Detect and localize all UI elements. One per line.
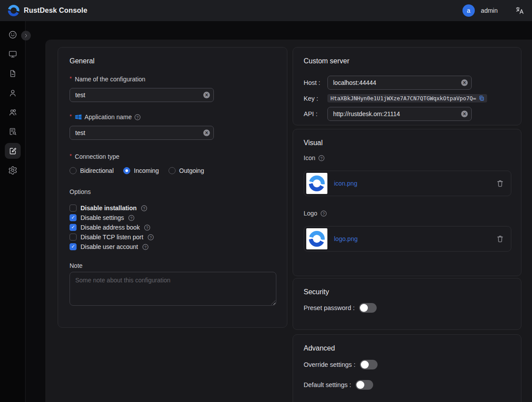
help-icon[interactable]: ? [320,210,327,217]
logo-upload-row: logo.png [304,226,511,252]
preset-password-toggle[interactable] [359,303,377,313]
radio-icon[interactable] [70,167,77,174]
security-card: Security Preset password : [293,278,521,330]
default-settings-row: Default settings : [304,380,510,390]
host-row: Host : [304,76,510,90]
general-card: General * Name of the configuration * Ap… [58,47,287,328]
note-field [70,272,276,306]
sidebar-item-devices[interactable] [5,46,21,62]
general-title: General [70,57,275,65]
api-label: API : [304,110,327,117]
checkbox-icon[interactable] [70,234,77,241]
help-icon[interactable]: ? [142,244,149,250]
sidebar-item-custom-client[interactable] [5,143,21,159]
svg-text:?: ? [136,115,139,119]
logo-file-link[interactable]: logo.png [334,235,358,242]
radio-incoming[interactable]: Incoming [123,167,159,174]
sidebar-item-groups[interactable] [5,104,21,120]
key-value-chip: HtaXBkJNHyn0e1U1jWXze7A7CN7QTGWqxkOtpaVp… [327,94,487,102]
clear-icon[interactable] [461,80,468,86]
users-icon [8,107,18,117]
option-disable-settings[interactable]: Disable settings ? [70,213,275,223]
svg-text:?: ? [320,156,323,160]
connection-type-label: * Connection type [70,153,275,160]
rustdesk-logo-icon [309,175,325,191]
checkbox-icon[interactable] [70,224,77,231]
document-icon [8,69,18,78]
username[interactable]: admin [481,7,498,14]
host-label: Host : [304,79,327,86]
translate-icon[interactable] [515,6,524,15]
clear-icon[interactable] [203,92,210,99]
checkbox-icon[interactable] [70,243,77,250]
icon-label: Icon ? [304,154,510,161]
config-name-input[interactable] [70,88,214,102]
host-input[interactable] [327,76,472,90]
trash-icon[interactable] [496,179,504,187]
copy-icon[interactable] [478,95,485,102]
option-disable-tcp-listen-port[interactable]: Disable TCP listen port ? [70,232,275,242]
config-name-field [70,88,214,102]
monitor-icon [8,49,18,59]
radio-outgoing[interactable]: Outgoing [169,167,204,174]
option-disable-installation[interactable]: Disable installation ? [70,203,275,213]
trash-icon[interactable] [496,235,504,243]
help-icon[interactable]: ? [147,234,154,241]
custom-server-card: Custom server Host : Key : HtaXBkJNHyn0e… [293,47,521,125]
visual-card: Visual Icon ? icon.png Logo [293,129,521,276]
default-settings-toggle[interactable] [356,380,373,390]
help-icon[interactable]: ? [128,215,135,221]
host-field [327,76,472,90]
connection-type-options: Bidirectional Incoming Outgoing [70,167,275,174]
checkbox-icon[interactable] [70,214,77,221]
note-textarea[interactable] [70,272,276,306]
checkbox-icon[interactable] [70,205,77,212]
icon-file-link[interactable]: icon.png [334,180,357,187]
icon-upload-row: icon.png [304,171,511,196]
sidebar-expand-button[interactable] [21,31,31,40]
app-name-input[interactable] [70,126,214,140]
sidebar-item-users[interactable] [5,85,21,101]
override-settings-row: Override settings : [304,360,510,369]
required-asterisk: * [70,153,72,159]
help-icon[interactable]: ? [318,155,325,161]
svg-text:?: ? [146,225,148,230]
windows-icon [75,113,82,121]
app-name-field [70,126,214,140]
default-settings-label: Default settings : [304,381,351,388]
option-disable-address-book[interactable]: Disable address book ? [70,223,275,232]
required-asterisk: * [70,113,72,120]
visual-title: Visual [304,139,510,147]
advanced-card: Advanced Override settings : Default set… [293,334,521,402]
sidebar-item-sessions[interactable] [5,66,21,81]
custom-server-title: Custom server [304,57,510,65]
advanced-title: Advanced [304,344,510,352]
logo-label: Logo ? [304,210,510,217]
help-icon[interactable]: ? [141,205,147,212]
radio-icon[interactable] [169,167,176,174]
clear-icon[interactable] [203,130,210,136]
edit-icon [8,146,18,156]
rustdesk-logo-icon [8,5,19,16]
svg-text:?: ? [144,245,147,249]
app-title: RustDesk Console [24,7,88,15]
svg-text:?: ? [150,235,152,239]
user-avatar[interactable]: a [462,4,475,17]
svg-text:?: ? [143,206,145,210]
sidebar-item-settings[interactable] [5,162,21,178]
help-icon[interactable]: ? [144,224,150,231]
sidebar [0,21,26,402]
svg-text:?: ? [323,211,325,216]
option-disable-user-account[interactable]: Disable user account ? [70,242,275,252]
preset-password-label: Preset password : [304,304,355,311]
config-name-label: * Name of the configuration [70,76,275,83]
help-icon[interactable]: ? [134,114,141,121]
override-settings-toggle[interactable] [360,360,378,369]
clear-icon[interactable] [461,111,468,117]
sidebar-item-dashboard[interactable] [5,27,21,43]
radio-bidirectional[interactable]: Bidirectional [70,167,114,174]
radio-icon[interactable] [123,167,130,174]
logo-thumbnail [306,228,327,249]
api-input[interactable] [327,107,472,121]
sidebar-item-audit[interactable] [5,124,21,139]
